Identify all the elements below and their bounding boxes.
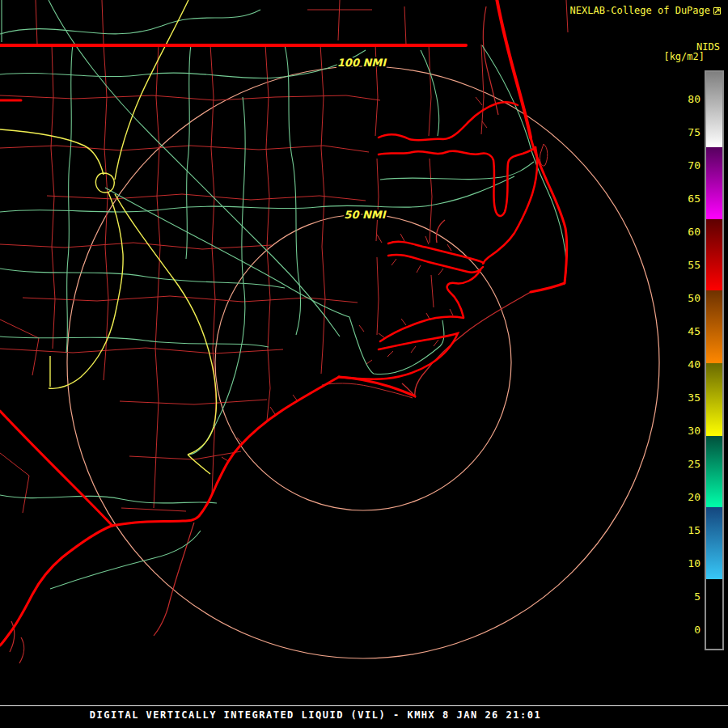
road-lines: [0, 0, 566, 589]
state-border-nc-sc: [0, 411, 112, 526]
colorbar-segment: [706, 72, 722, 147]
legend-units: [kg/m2]: [663, 52, 705, 61]
albemarle-sound-south-shore: [379, 147, 535, 216]
colorbar-segment: [706, 507, 722, 579]
neuse-river: [339, 317, 463, 379]
colorbar-tick-label: 30: [688, 425, 700, 436]
radar-image: { "attribution": { "text": "NEXLAB-Colle…: [0, 0, 728, 728]
colorbar-tick-label: 75: [688, 127, 700, 138]
colorbar-tick-label: 25: [688, 459, 700, 469]
colorbar-tick-label: 70: [688, 160, 700, 171]
legend-header: NIDS [kg/m2]: [663, 42, 720, 61]
range-ring-label-50nmi: 50 NMI: [344, 209, 387, 221]
colorbar-segment: [706, 219, 722, 290]
product-title: DIGITAL VERTICALLY INTEGRATED LIQUID (VI…: [0, 709, 631, 721]
attribution: NEXLAB-College of DuPage: [570, 5, 722, 16]
colorbar-tick-label: 65: [688, 193, 700, 204]
colorbar-tick-label: 20: [688, 492, 700, 502]
county-boundary-lines: [0, 0, 568, 663]
interstate-lines: [0, 0, 217, 474]
pamlico-neuse-shore: [447, 270, 480, 317]
outer-banks: [497, 0, 531, 138]
outer-banks-south: [531, 138, 567, 292]
colorbar-tick-label: 40: [688, 359, 700, 370]
colorbar-tick-label: 80: [688, 94, 700, 104]
dare-mainland-shore: [483, 147, 537, 264]
south-coast: [0, 377, 339, 645]
colorbar-segment: [706, 436, 722, 507]
range-ring-label-100nmi: 100 NMI: [337, 57, 387, 69]
colorbar-tick-label: 60: [688, 226, 700, 237]
colorbar-segment: [706, 579, 722, 649]
colorbar-tick-label: 45: [688, 326, 700, 336]
range-ring-50nmi: [215, 214, 511, 510]
radar-map: 100 NMI 50 NMI: [0, 0, 728, 728]
attribution-text: NEXLAB-College of DuPage: [570, 5, 710, 16]
colorbar: [705, 70, 724, 650]
colorbar-segment: [706, 363, 722, 436]
pamlico-river: [388, 242, 484, 273]
colorbar-tick-label: 0: [694, 624, 700, 635]
external-link-icon: [713, 6, 722, 15]
colorbar-segment: [706, 290, 722, 363]
colorbar-segment: [706, 147, 722, 219]
colorbar-tick-label: 5: [694, 591, 700, 602]
colorbar-tick-label: 50: [688, 293, 700, 303]
colorbar-tick-label: 15: [688, 525, 700, 535]
colorbar-tick-label: 55: [688, 260, 700, 270]
colorbar-tick-label: 10: [688, 558, 700, 569]
colorbar-tick-label: 35: [688, 392, 700, 403]
footer-separator-line: [0, 705, 728, 706]
